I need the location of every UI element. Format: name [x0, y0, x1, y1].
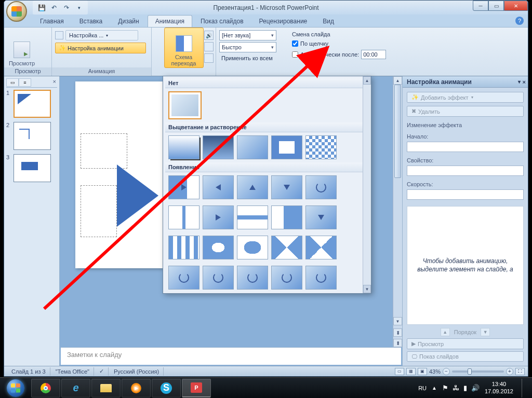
scroll-down-icon[interactable]: ▼	[393, 317, 402, 325]
transition-cover-up[interactable]	[237, 175, 268, 199]
scroll-up-icon[interactable]: ▲	[393, 76, 402, 85]
panel-close-icon[interactable]: ×	[53, 78, 56, 85]
show-desktop-button[interactable]	[522, 379, 528, 397]
transition-wheel-2[interactable]	[203, 266, 234, 290]
notes-area[interactable]: Заметки к слайду	[61, 347, 401, 365]
apply-icon[interactable]	[204, 53, 214, 63]
outline-tab[interactable]: ≡	[19, 78, 31, 87]
sorter-view-icon[interactable]: ▦	[406, 368, 416, 375]
anim-preview-button[interactable]: ▶ Просмотр	[407, 338, 524, 349]
transition-wheel-1[interactable]	[168, 266, 200, 290]
transition-split-v[interactable]	[237, 205, 268, 229]
transition-box-in[interactable]	[203, 236, 234, 259]
transition-dissolve[interactable]	[271, 135, 302, 159]
delete-effect-button[interactable]: ✖ Удалить	[407, 106, 524, 117]
thumbnail-3[interactable]: 3	[6, 154, 57, 182]
transition-none[interactable]	[168, 91, 202, 119]
transition-push-down[interactable]	[305, 205, 337, 229]
vertical-scrollbar[interactable]: ▲ ▼ ⬍ ⬍	[393, 76, 402, 347]
thumbnail-2[interactable]: 2	[6, 122, 57, 150]
transition-wipe-r[interactable]	[271, 205, 302, 229]
close-button[interactable]: ✕	[504, 1, 528, 11]
scroll-thumb[interactable]	[394, 85, 401, 178]
help-icon[interactable]: ?	[515, 17, 524, 25]
transition-checker[interactable]	[305, 135, 337, 159]
fit-view-icon[interactable]: ⛶	[515, 368, 525, 375]
transition-cover-left[interactable]	[168, 175, 200, 199]
on-click-checkbox[interactable]: По щелчку	[292, 39, 328, 48]
zoom-in-icon[interactable]: +	[506, 368, 513, 375]
preview-button[interactable]: ▶ Просмотр	[7, 30, 36, 67]
thumbnail-1[interactable]: 1	[6, 90, 57, 118]
tab-view[interactable]: Вид	[315, 16, 341, 27]
gallery-scroll-up-icon[interactable]: ▲	[363, 76, 371, 85]
tray-expand-icon[interactable]: ▲	[432, 385, 437, 391]
custom-animation-button[interactable]: ✨ Настройка анимации	[55, 43, 146, 53]
zoom-out-icon[interactable]: −	[443, 368, 450, 375]
property-field[interactable]	[407, 166, 524, 176]
speed-dropdown[interactable]: Быстро	[219, 42, 276, 52]
apply-all-button[interactable]: Применить ко всем	[219, 54, 275, 62]
slideshow-view-icon[interactable]: ▣	[418, 368, 427, 375]
transition-wheel-8[interactable]	[305, 266, 337, 290]
tab-insert[interactable]: Вставка	[72, 16, 110, 27]
office-button[interactable]	[6, 1, 27, 22]
tray-volume-icon[interactable]: 🔊	[471, 384, 480, 392]
taskbar-skype[interactable]: S	[152, 379, 181, 397]
order-up-icon[interactable]: ▲	[441, 328, 450, 336]
gallery-scrollbar[interactable]: ▲ ▼	[363, 76, 371, 293]
zoom-slider[interactable]	[452, 370, 504, 373]
prev-slide-icon[interactable]: ⬍	[393, 328, 402, 337]
taskbar-ie[interactable]: e	[61, 379, 90, 397]
transition-cover-down[interactable]	[271, 175, 302, 199]
placeholder-1[interactable]	[81, 133, 127, 169]
anim-slideshow-button[interactable]: 🖵 Показ слайдов	[407, 351, 524, 362]
anim-pane-close-icon[interactable]: ×	[523, 79, 526, 85]
next-slide-icon[interactable]: ⬍	[393, 339, 402, 347]
transition-wheel-4[interactable]	[271, 266, 302, 290]
undo-icon[interactable]: ↶	[49, 3, 59, 12]
transition-fade-black[interactable]	[203, 135, 234, 159]
tab-slideshow[interactable]: Показ слайдов	[193, 16, 251, 27]
status-spellcheck[interactable]: ✓	[95, 367, 109, 376]
transition-split-h[interactable]	[168, 205, 200, 229]
transition-scheme-button[interactable]: Схема перехода	[164, 28, 204, 68]
redo-icon[interactable]: ↷	[62, 3, 71, 12]
speed-icon[interactable]	[204, 42, 214, 51]
add-effect-button[interactable]: ✨ Добавить эффект	[407, 92, 524, 103]
slide-canvas[interactable]	[75, 81, 163, 268]
transition-strips[interactable]	[168, 236, 200, 259]
save-icon[interactable]: 💾	[37, 3, 46, 12]
auto-after-row[interactable]: Автоматически после: 00:00	[292, 49, 386, 60]
tray-clock[interactable]: 13:40 17.09.2012	[485, 381, 513, 394]
qat-dropdown-icon[interactable]: ▾	[74, 3, 84, 12]
transition-wheel-3[interactable]	[237, 266, 268, 290]
transition-diamond[interactable]	[305, 236, 337, 259]
sound-icon[interactable]: 🔊	[204, 31, 214, 40]
taskbar-explorer[interactable]	[91, 379, 121, 397]
order-down-icon[interactable]: ▼	[481, 328, 490, 336]
tray-network-icon[interactable]: 🖧	[453, 384, 459, 392]
maximize-button[interactable]: ▭	[488, 1, 504, 11]
speed-field[interactable]	[407, 189, 524, 200]
taskbar-chrome[interactable]	[31, 379, 60, 397]
placeholder-2[interactable]	[81, 185, 117, 237]
minimize-button[interactable]: ─	[473, 1, 488, 11]
transition-plus[interactable]	[271, 236, 302, 259]
tab-design[interactable]: Дизайн	[111, 16, 146, 27]
start-field[interactable]	[407, 142, 524, 152]
start-button[interactable]	[2, 379, 29, 397]
auto-after-check[interactable]	[292, 51, 298, 58]
on-click-check[interactable]	[292, 40, 298, 47]
transition-push-left[interactable]	[203, 205, 234, 229]
transition-box-out[interactable]	[237, 236, 268, 259]
custom-dropdown[interactable]: Настройка ...	[65, 30, 138, 40]
gallery-scroll-down-icon[interactable]: ▼	[363, 285, 371, 293]
time-field[interactable]: 00:00	[361, 50, 386, 59]
transition-cut[interactable]	[237, 135, 268, 159]
slides-tab[interactable]: ▭	[6, 78, 19, 87]
zoom-percent[interactable]: 43%	[429, 368, 441, 375]
sound-dropdown[interactable]: [Нет звука]	[219, 30, 276, 40]
tab-animation[interactable]: Анимация	[148, 15, 192, 27]
tab-review[interactable]: Рецензирование	[252, 16, 315, 27]
